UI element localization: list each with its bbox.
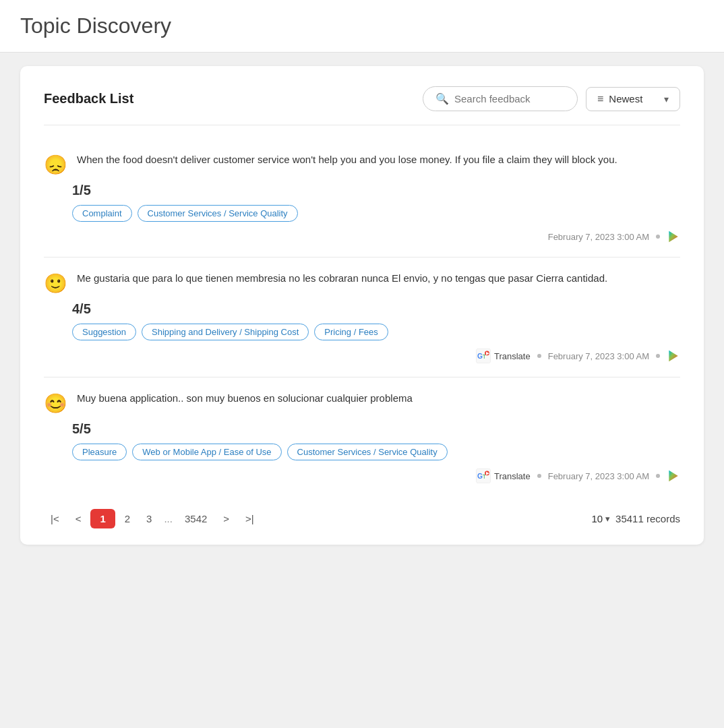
tag[interactable]: Complaint xyxy=(72,205,132,222)
translate-label: Translate xyxy=(494,351,531,361)
total-records: 35411 records xyxy=(615,513,680,524)
playstore-icon xyxy=(667,230,680,243)
separator-dot xyxy=(656,474,660,478)
sort-dropdown[interactable]: ≡ Newest ▾ xyxy=(586,87,680,111)
feedback-item: 😊 Muy buena application.. son muy buenos… xyxy=(44,377,680,497)
feedback-top: 🙂 Me gustaria que para lo que tienen mem… xyxy=(44,271,680,295)
tag[interactable]: Customer Services / Service Quality xyxy=(138,205,298,222)
pagination-next-button[interactable]: > xyxy=(216,509,236,528)
feedback-item: 🙂 Me gustaria que para lo que tienen mem… xyxy=(44,257,680,377)
tag[interactable]: Pleasure xyxy=(72,444,127,460)
feedback-date: February 7, 2023 3:00 AM xyxy=(548,471,649,481)
separator-dot xyxy=(537,354,541,358)
feedback-rating: 4/5 xyxy=(44,301,680,317)
search-box[interactable]: 🔍 xyxy=(423,86,578,111)
feedback-date: February 7, 2023 3:00 AM xyxy=(548,232,649,242)
tag[interactable]: Suggestion xyxy=(72,324,136,340)
pagination-last-button[interactable]: >| xyxy=(239,509,261,528)
page-title: Topic Discovery xyxy=(20,13,704,38)
pagination-page-3[interactable]: 3 xyxy=(140,509,158,528)
tags-row: ComplaintCustomer Services / Service Qua… xyxy=(44,205,680,222)
feedback-rating: 5/5 xyxy=(44,421,680,437)
pagination-right: 10 ▾ 35411 records xyxy=(591,513,680,524)
tag[interactable]: Shipping and Delivery / Shipping Cost xyxy=(142,324,309,340)
feedback-items-container: 😞 When the food doesn't deliver customer… xyxy=(44,139,680,497)
feedback-date: February 7, 2023 3:00 AM xyxy=(548,351,649,361)
feedback-top: 😞 When the food doesn't deliver customer… xyxy=(44,152,680,176)
chevron-down-icon: ▾ xyxy=(664,94,669,104)
pagination-first-button[interactable]: |< xyxy=(44,509,66,528)
svg-text:▶: ▶ xyxy=(486,471,489,475)
tags-row: SuggestionShipping and Delivery / Shippi… xyxy=(44,324,680,340)
pagination-prev-button[interactable]: < xyxy=(69,509,88,528)
feedback-text: When the food doesn't deliver customer s… xyxy=(77,152,680,168)
translate-button[interactable]: G T ▶ Translate xyxy=(476,468,531,483)
feedback-item: 😞 When the food doesn't deliver customer… xyxy=(44,139,680,257)
pagination-current-page[interactable]: 1 xyxy=(90,509,115,528)
pagination-page-2[interactable]: 2 xyxy=(118,509,137,528)
page-body: Feedback List 🔍 ≡ Newest ▾ 😞 When the fo… xyxy=(0,53,724,558)
tags-row: PleasureWeb or Mobile App / Ease of UseC… xyxy=(44,444,680,460)
tag[interactable]: Web or Mobile App / Ease of Use xyxy=(132,444,281,460)
separator-dot xyxy=(537,474,541,478)
card-header: Feedback List 🔍 ≡ Newest ▾ xyxy=(44,86,680,111)
svg-text:G: G xyxy=(477,353,483,360)
sentiment-icon: 😊 xyxy=(44,392,67,415)
svg-text:▶: ▶ xyxy=(486,351,489,355)
translate-label: Translate xyxy=(494,471,531,481)
pagination-ellipsis: ... xyxy=(161,509,175,528)
per-page-selector[interactable]: 10 ▾ xyxy=(591,513,610,524)
header-divider xyxy=(44,125,680,125)
feedback-footer: G T ▶ Translate February 7, 2023 3:00 AM xyxy=(44,468,680,483)
feedback-footer: February 7, 2023 3:00 AM xyxy=(44,230,680,243)
svg-marker-6 xyxy=(669,351,677,362)
feedback-text: Muy buena application.. son muy buenos e… xyxy=(77,391,680,406)
filter-icon: ≡ xyxy=(597,93,603,105)
svg-text:T: T xyxy=(483,474,486,480)
playstore-icon xyxy=(667,349,680,363)
feedback-top: 😊 Muy buena application.. son muy buenos… xyxy=(44,391,680,415)
card-controls: 🔍 ≡ Newest ▾ xyxy=(423,86,680,111)
pagination-page-last[interactable]: 3542 xyxy=(178,509,214,528)
tag[interactable]: Customer Services / Service Quality xyxy=(287,444,448,460)
translate-button[interactable]: G T ▶ Translate xyxy=(476,348,531,363)
search-input[interactable] xyxy=(454,93,562,104)
tag[interactable]: Pricing / Fees xyxy=(314,324,388,340)
feedback-card: Feedback List 🔍 ≡ Newest ▾ 😞 When the fo… xyxy=(20,66,704,545)
sentiment-icon: 😞 xyxy=(44,154,67,176)
per-page-chevron: ▾ xyxy=(605,514,610,524)
svg-marker-12 xyxy=(669,471,677,482)
sentiment-icon: 🙂 xyxy=(44,272,67,295)
feedback-footer: G T ▶ Translate February 7, 2023 3:00 AM xyxy=(44,348,680,363)
svg-text:G: G xyxy=(477,473,483,480)
svg-marker-0 xyxy=(669,231,677,243)
feedback-list-title: Feedback List xyxy=(44,91,133,107)
page-header: Topic Discovery xyxy=(0,0,724,53)
feedback-rating: 1/5 xyxy=(44,183,680,198)
sort-label: Newest xyxy=(609,93,659,104)
per-page-value: 10 xyxy=(591,513,603,524)
playstore-icon xyxy=(667,469,680,483)
feedback-text: Me gustaria que para lo que tienen membr… xyxy=(77,271,680,286)
separator-dot xyxy=(656,235,660,239)
svg-text:T: T xyxy=(483,354,486,360)
separator-dot xyxy=(656,354,660,358)
pagination-bar: |< < 1 2 3 ... 3542 > >| 10 ▾ 35411 reco… xyxy=(44,497,680,531)
search-icon: 🔍 xyxy=(435,92,449,105)
